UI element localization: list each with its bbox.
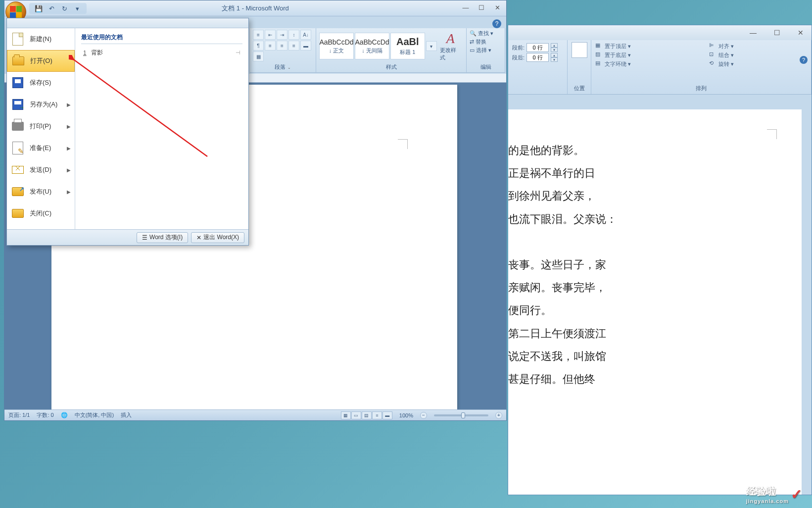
paragraph-launcher-icon[interactable]: ⌄ bbox=[287, 65, 291, 70]
menu-send[interactable]: 发送(D)▶ bbox=[7, 159, 75, 181]
indent-inc-button[interactable]: ⇥ bbox=[277, 30, 287, 40]
pin-icon[interactable]: ⊣ bbox=[236, 50, 240, 56]
bg-ribbon: 段前: ▲▼ 段后: ▲▼ 位置 ▦置于顶层 ▾ ⊫对齐 ▾ ▨置于底层 ▾ ⊡… bbox=[508, 40, 812, 95]
view-draft[interactable]: ▬ bbox=[382, 411, 392, 419]
menu-new[interactable]: 新建(N) bbox=[7, 28, 75, 50]
editing-label: 编辑 bbox=[470, 63, 502, 71]
view-print-layout[interactable]: ▦ bbox=[341, 411, 351, 419]
style-nospace-sample: AaBbCcDd bbox=[355, 38, 389, 46]
spacing-before-input[interactable] bbox=[526, 43, 549, 52]
minimize-button[interactable]: — bbox=[459, 3, 473, 12]
exit-word-button[interactable]: ✕退出 Word(X) bbox=[191, 232, 244, 243]
spacing-after-input[interactable] bbox=[526, 53, 549, 62]
align-button[interactable]: ⊫对齐 ▾ bbox=[709, 42, 807, 50]
indent-dec-button[interactable]: ⇤ bbox=[265, 30, 276, 40]
menu-publish[interactable]: 发布(U)▶ bbox=[7, 181, 75, 203]
bg-help-icon[interactable]: ? bbox=[800, 56, 808, 64]
group-button[interactable]: ⊡组合 ▾ bbox=[709, 51, 807, 59]
border-button[interactable]: ▦ bbox=[253, 51, 264, 61]
menu-open[interactable]: 打开(O) bbox=[7, 50, 75, 72]
menu-prepare[interactable]: 准备(E)▶ bbox=[7, 137, 75, 159]
style-normal[interactable]: AaBbCcDd ↓ 正文 bbox=[319, 33, 354, 59]
change-styles-button[interactable]: A 更改样式 bbox=[438, 30, 464, 62]
bg-maximize-button[interactable]: ☐ bbox=[770, 28, 784, 38]
view-outline[interactable]: ≡ bbox=[372, 411, 382, 419]
arrange-label: 排列 bbox=[595, 85, 807, 92]
qat-undo-button[interactable]: ↶ bbox=[47, 4, 56, 13]
menu-save[interactable]: 保存(S) bbox=[7, 72, 75, 94]
bg-position-group: 位置 bbox=[568, 40, 591, 94]
select-icon: ▭ bbox=[470, 47, 475, 53]
style-nospace[interactable]: AaBbCcDd ↓ 无间隔 bbox=[355, 33, 389, 59]
sort-button[interactable]: A↓ bbox=[300, 30, 311, 40]
linespace-button[interactable]: ↕ bbox=[288, 30, 299, 40]
select-button[interactable]: ▭选择 ▾ bbox=[470, 47, 502, 54]
menu-print[interactable]: 打印(P)▶ bbox=[7, 115, 75, 137]
zoom-slider[interactable] bbox=[434, 414, 488, 416]
replace-button[interactable]: ⇄替换 bbox=[470, 38, 502, 46]
close-button[interactable]: ✕ bbox=[490, 3, 504, 12]
status-language[interactable]: 中文(简体, 中国) bbox=[75, 411, 114, 419]
qat-more-button[interactable]: ▾ bbox=[73, 4, 82, 13]
text-wrap-button[interactable]: ▤文字环绕 ▾ bbox=[595, 60, 704, 68]
menu-close[interactable]: 关闭(C) bbox=[7, 203, 75, 224]
view-reading[interactable]: ▭ bbox=[351, 411, 361, 419]
status-mode[interactable]: 插入 bbox=[121, 411, 132, 419]
status-page[interactable]: 页面: 1/1 bbox=[8, 411, 30, 419]
zoom-thumb[interactable] bbox=[461, 412, 465, 418]
menu-saveas[interactable]: 另存为(A)▶ bbox=[7, 94, 75, 115]
align-center-button[interactable]: ≡ bbox=[277, 41, 287, 51]
align-right-button[interactable]: ≡ bbox=[288, 41, 299, 51]
bring-front-button[interactable]: ▦置于顶层 ▾ bbox=[595, 42, 704, 50]
send-back-button[interactable]: ▨置于底层 ▾ bbox=[595, 51, 704, 59]
recent-documents-panel: 最近使用的文档 1 背影 ⊣ bbox=[75, 28, 248, 229]
spinner-down[interactable]: ▼ bbox=[551, 48, 558, 52]
word-options-button[interactable]: ☰Word 选项(I) bbox=[137, 232, 188, 243]
spinner-down[interactable]: ▼ bbox=[551, 57, 558, 62]
replace-icon: ⇄ bbox=[470, 39, 474, 45]
spinner-up[interactable]: ▲ bbox=[551, 43, 558, 48]
bg-spacing-group: 段前: ▲▼ 段后: ▲▼ bbox=[508, 40, 568, 94]
styles-more-button[interactable]: ▾ bbox=[426, 41, 437, 51]
find-button[interactable]: 🔍查找 ▾ bbox=[470, 30, 502, 37]
qat-save-button[interactable]: 💾 bbox=[34, 4, 43, 13]
window-title: 文档 1 - Microsoft Word bbox=[222, 4, 289, 13]
margin-corner-icon bbox=[398, 139, 408, 149]
zoom-level[interactable]: 100% bbox=[399, 412, 413, 418]
shading-button[interactable]: ▬ bbox=[300, 41, 311, 51]
recent-doc-item[interactable]: 1 背影 ⊣ bbox=[81, 47, 242, 58]
view-web[interactable]: ▤ bbox=[362, 411, 372, 419]
layers-icon: ▦ bbox=[595, 42, 603, 50]
marks-button[interactable]: ¶ bbox=[253, 41, 264, 51]
spinner-up[interactable]: ▲ bbox=[551, 53, 558, 57]
maximize-button[interactable]: ☐ bbox=[475, 3, 488, 12]
zoom-out-button[interactable]: − bbox=[420, 412, 427, 419]
status-words[interactable]: 字数: 0 bbox=[37, 411, 53, 419]
watermark-url: jingyanla.com bbox=[746, 498, 789, 504]
align-left-button[interactable]: ≡ bbox=[265, 41, 276, 51]
printer-icon bbox=[12, 122, 24, 131]
bg-minimize-button[interactable]: — bbox=[746, 28, 760, 38]
position-icon[interactable] bbox=[572, 42, 587, 58]
background-word-window: — ☐ ✕ ? 段前: ▲▼ 段后: ▲▼ 位置 bbox=[508, 25, 812, 495]
help-icon[interactable]: ? bbox=[492, 19, 501, 28]
layers-back-icon: ▨ bbox=[595, 51, 603, 59]
recent-docs-title: 最近使用的文档 bbox=[81, 31, 242, 44]
title-bar: 💾 ↶ ↻ ▾ 文档 1 - Microsoft Word — ☐ ✕ bbox=[4, 0, 506, 16]
submenu-arrow-icon: ▶ bbox=[67, 146, 71, 151]
zoom-in-button[interactable]: + bbox=[495, 412, 502, 419]
style-heading1[interactable]: AaBl 标题 1 bbox=[390, 33, 425, 59]
office-menu-header bbox=[7, 18, 248, 28]
new-file-icon bbox=[12, 33, 23, 46]
qat-redo-button[interactable]: ↻ bbox=[60, 4, 69, 13]
folder-open-icon bbox=[12, 56, 24, 65]
office-logo-icon bbox=[10, 6, 22, 18]
publish-icon bbox=[12, 187, 24, 196]
language-icon: 🌐 bbox=[61, 412, 68, 418]
bg-close-button[interactable]: ✕ bbox=[794, 28, 808, 38]
list-button[interactable]: ≡ bbox=[253, 30, 264, 40]
watermark: 经验啦 jingyanla.com ✓ bbox=[746, 485, 802, 504]
prepare-icon bbox=[12, 142, 23, 154]
rotate-button[interactable]: ⟲旋转 ▾ bbox=[709, 60, 807, 68]
style-normal-sample: AaBbCcDd bbox=[319, 38, 353, 46]
